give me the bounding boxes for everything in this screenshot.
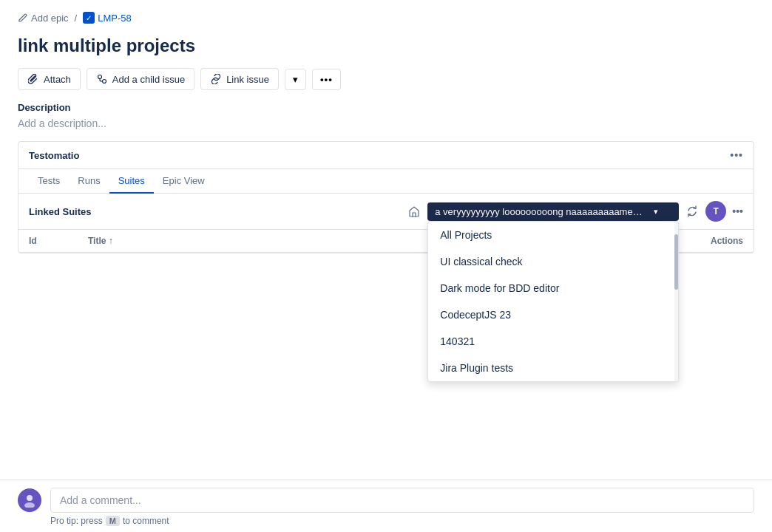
linked-suites-controls: a veryyyyyyyyy looooooooong naaaaaaaaame… (407, 201, 743, 222)
toolbar-more-button[interactable]: ••• (312, 69, 341, 90)
col-actions-header: Actions (669, 236, 743, 246)
home-icon[interactable] (407, 204, 421, 219)
add-child-issue-button[interactable]: Add a child issue (87, 68, 194, 90)
pro-tip-key: M (106, 516, 120, 526)
svg-point-1 (102, 80, 106, 83)
svg-point-0 (98, 75, 101, 79)
dropdown-arrow-icon: ▾ (654, 207, 658, 216)
scrollbar-thumb (674, 234, 678, 290)
tab-runs[interactable]: Runs (69, 169, 109, 194)
linked-suites-title: Linked Suites (29, 206, 92, 217)
scrollbar-track (674, 222, 678, 381)
description-section: Description Add a description... (0, 102, 772, 141)
col-id-header: Id (29, 236, 88, 246)
dropdown-item-dark-mode[interactable]: Dark mode for BDD editor (428, 275, 678, 301)
testomatio-title: Testomatio (29, 150, 79, 161)
pro-tip: Pro tip: press M to comment (18, 516, 754, 526)
comment-avatar (18, 488, 41, 512)
user-avatar[interactable]: T (705, 201, 726, 222)
toolbar: Attach Add a child issue Link issue (0, 68, 772, 102)
project-dropdown-container: a veryyyyyyyyy looooooooong naaaaaaaaame… (427, 202, 679, 221)
dropdown-item-140321[interactable]: 140321 (428, 328, 678, 355)
link-icon (210, 73, 222, 85)
project-select-text: a veryyyyyyyyy looooooooong naaaaaaaaame… (435, 206, 646, 217)
tab-epic-view[interactable]: Epic View (154, 169, 214, 194)
linked-suites-row: Linked Suites a veryyyyyyyyy looooooooon… (18, 194, 754, 230)
description-title: Description (18, 102, 754, 113)
breadcrumb-add-epic[interactable]: Add epic (18, 13, 69, 24)
breadcrumb-separator: / (75, 13, 78, 24)
issue-badge: ✓ (83, 12, 95, 24)
tab-tests[interactable]: Tests (29, 169, 69, 194)
dropdown-item-ui-classical[interactable]: UI classical check (428, 248, 678, 275)
svg-point-3 (24, 502, 35, 508)
page-title: link multiple projects (0, 30, 772, 68)
pencil-icon (18, 13, 28, 23)
avatar-icon (22, 493, 37, 508)
testomatio-more-button[interactable]: ••• (730, 149, 743, 161)
dropdown-item-jira-plugin[interactable]: Jira Plugin tests (428, 355, 678, 381)
link-issue-button[interactable]: Link issue (200, 68, 279, 90)
project-dropdown-menu: All Projects UI classical check Dark mod… (427, 221, 679, 382)
testomatio-tabs: Tests Runs Suites Epic View (18, 169, 754, 194)
dropdown-item-all-projects[interactable]: All Projects (428, 222, 678, 248)
sync-icon[interactable] (685, 204, 700, 219)
breadcrumb: Add epic / ✓ LMP-58 (0, 0, 772, 30)
comment-section: Add a comment... Pro tip: press M to com… (0, 480, 772, 532)
attach-button[interactable]: Attach (18, 68, 81, 90)
child-issue-icon (96, 73, 108, 85)
svg-point-2 (27, 495, 33, 501)
toolbar-dropdown-button[interactable]: ▾ (285, 69, 306, 90)
project-select-button[interactable]: a veryyyyyyyyy looooooooong naaaaaaaaame… (427, 202, 679, 221)
testomatio-header: Testomatio ••• (18, 142, 754, 169)
dropdown-item-codeceptjs[interactable]: CodeceptJS 23 (428, 301, 678, 328)
testomatio-block: Testomatio ••• Tests Runs Suites Epic Vi… (18, 141, 754, 253)
breadcrumb-issue-link[interactable]: ✓ LMP-58 (83, 12, 132, 24)
comment-row: Add a comment... (18, 488, 754, 513)
suites-more-button[interactable]: ••• (732, 205, 743, 217)
tab-suites[interactable]: Suites (109, 169, 154, 194)
comment-input[interactable]: Add a comment... (50, 488, 754, 513)
paperclip-icon (27, 73, 39, 85)
description-input[interactable]: Add a description... (18, 117, 754, 129)
